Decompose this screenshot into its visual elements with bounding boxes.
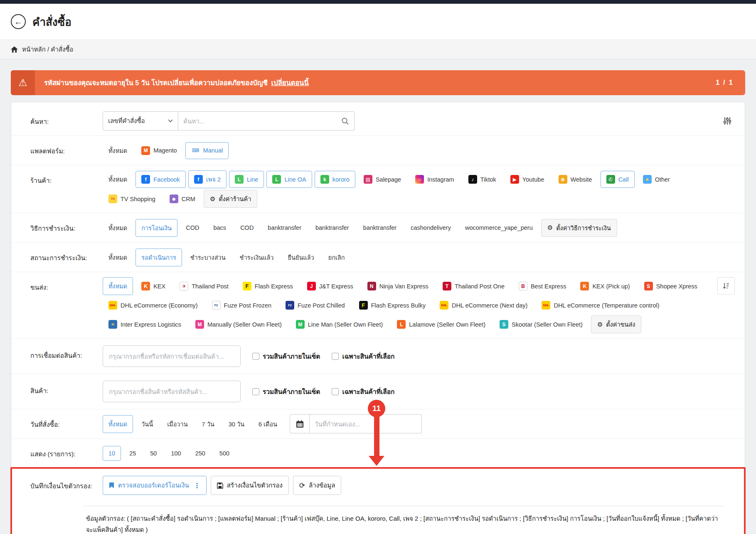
- payment-chip-cod-2[interactable]: COD: [234, 220, 259, 235]
- platform-chip-magento[interactable]: MMagento: [135, 142, 182, 159]
- ship-chip-kex-pickup[interactable]: KKEX (Pick up): [574, 278, 635, 295]
- only-selected-checkbox-item[interactable]: เฉพาะสินค้าที่เลือก: [332, 351, 394, 362]
- ship-chip-flash-express[interactable]: FFlash Express: [237, 278, 299, 295]
- custom-date-input[interactable]: [310, 414, 422, 433]
- paystatus-chip-paid[interactable]: ชำระเงินแล้ว: [234, 249, 280, 266]
- date-chip-7d[interactable]: 7 วัน: [196, 415, 220, 433]
- home-icon[interactable]: [11, 46, 18, 53]
- paystatus-chip-pending[interactable]: รอดำเนินการ: [135, 249, 182, 266]
- display-chip-500[interactable]: 500: [214, 446, 235, 461]
- paystatus-chip-partial[interactable]: ชำระบางส่วน: [185, 249, 231, 266]
- date-chip-6m[interactable]: 6 เดือน: [253, 415, 283, 433]
- store-chip-all[interactable]: ทั้งหมด: [103, 170, 133, 188]
- breadcrumb-text: หน้าหลัก / คำสั่งซื้อ: [22, 44, 73, 54]
- shipping-settings-button[interactable]: ⚙ตั้งค่าขนส่ง: [591, 315, 642, 333]
- kebab-menu-icon[interactable]: ⋮: [194, 482, 200, 490]
- store-chip-youtube[interactable]: ▶Youtube: [505, 171, 550, 188]
- advanced-filter-button[interactable]: [720, 113, 735, 128]
- product-input[interactable]: [103, 381, 241, 402]
- display-chip-250[interactable]: 250: [190, 446, 211, 461]
- store-chip-line[interactable]: LLine: [229, 171, 264, 188]
- payment-chip-cod-1[interactable]: COD: [180, 220, 205, 235]
- product-connection-input[interactable]: [103, 345, 241, 367]
- ship-chip-manually[interactable]: MManually (Seller Own Fleet): [190, 316, 288, 333]
- ship-chip-lalamove[interactable]: LLalamove (Seller Own Fleet): [391, 316, 491, 333]
- store-chip-kororo[interactable]: kkororo: [315, 171, 355, 188]
- include-set-checkbox-item[interactable]: รวมสินค้าภายในเซ็ต: [252, 386, 320, 397]
- store-chip-salepage[interactable]: ▤Salepage: [358, 171, 407, 188]
- ship-chip-kex[interactable]: KKEX: [135, 278, 171, 295]
- display-chip-100[interactable]: 100: [165, 446, 187, 461]
- dhl-icon: DHL: [108, 301, 117, 310]
- ship-chip-thailand-post[interactable]: ✈Thailand Post: [174, 278, 234, 295]
- store-chip-facebook[interactable]: fFacebook: [135, 171, 186, 188]
- ship-chip-fuze-chilled[interactable]: FZFuze Post Chilled: [280, 297, 351, 314]
- shipping-sort-button[interactable]: [717, 277, 735, 295]
- store-chip-other[interactable]: ★Other: [637, 171, 676, 188]
- include-set-checkbox-item[interactable]: รวมสินค้าภายในเซ็ต: [252, 351, 320, 362]
- display-chip-25[interactable]: 25: [123, 446, 142, 461]
- payment-chip-bacs[interactable]: bacs: [207, 220, 232, 235]
- store-chip-line-oa[interactable]: LLine OA: [266, 171, 312, 188]
- calendar-button[interactable]: [290, 414, 310, 433]
- date-chip-all[interactable]: ทั้งหมด: [103, 415, 133, 433]
- date-chip-30d[interactable]: 30 วัน: [223, 415, 250, 433]
- payment-chip-cashondelivery[interactable]: cashondelivery: [405, 220, 457, 235]
- ship-chip-ninja-van[interactable]: NNinja Van Express: [362, 278, 434, 295]
- ship-chip-dhl-temperature[interactable]: DHLDHL eCommerce (Temperature control): [536, 297, 665, 314]
- preset-filter-button[interactable]: ตรวจสอบออร์เดอร์โอนเงิน ⋮: [103, 476, 207, 495]
- change-password-link[interactable]: เปลี่ยนตอนนี้: [271, 79, 309, 86]
- search-icon: [341, 117, 349, 125]
- date-chip-yesterday[interactable]: เมื่อวาน: [161, 415, 193, 433]
- checkbox-icon[interactable]: [252, 353, 259, 360]
- platform-chip-manual[interactable]: ⌨Manual: [185, 142, 229, 159]
- store-chip-crm[interactable]: ☻CRM: [164, 190, 201, 207]
- ship-chip-all[interactable]: ทั้งหมด: [103, 277, 133, 295]
- paystatus-chip-confirmed[interactable]: ยืนยันแล้ว: [282, 249, 320, 266]
- store-chip-tv-shopping[interactable]: TVTV Shopping: [103, 190, 161, 207]
- ship-chip-dhl-next-day[interactable]: DHLDHL eCommerce (Next day): [434, 297, 533, 314]
- checkbox-icon[interactable]: [252, 388, 259, 395]
- payment-chip-banktransfer-3[interactable]: banktransfer: [357, 220, 403, 235]
- product-label: สินค้า:: [30, 381, 103, 396]
- search-input[interactable]: [183, 118, 341, 125]
- ship-chip-best-express[interactable]: BBest Express: [513, 278, 572, 295]
- payment-chip-bank-transfer[interactable]: การโอนเงิน: [135, 219, 177, 237]
- ship-chip-jt-express[interactable]: JJ&T Express: [301, 278, 359, 295]
- ship-chip-inter-express[interactable]: IEInter Express Logistics: [103, 316, 187, 333]
- only-selected-checkbox-item[interactable]: เฉพาะสินค้าที่เลือก: [332, 386, 394, 397]
- gear-icon: ⚙: [547, 224, 553, 231]
- ship-chip-skootar[interactable]: SSkootar (Seller Own Fleet): [494, 316, 589, 333]
- ship-chip-flash-bulky[interactable]: FFlash Express Bulky: [353, 297, 431, 314]
- clear-data-button[interactable]: ⟳ ล้างข้อมูล: [293, 476, 342, 495]
- store-settings-button[interactable]: ⚙ตั้งค่าร้านค้า: [204, 190, 257, 208]
- date-chip-today[interactable]: วันนี้: [135, 415, 159, 433]
- payment-settings-button[interactable]: ⚙ตั้งค่าวิธีการชำระเงิน: [541, 219, 617, 237]
- store-chip-call[interactable]: ✆Call: [601, 171, 635, 188]
- create-filter-button[interactable]: สร้างเงื่อนไขตัวกรอง: [211, 476, 289, 495]
- checkbox-icon[interactable]: [332, 353, 339, 360]
- display-chip-50[interactable]: 50: [144, 446, 163, 461]
- paystatus-chip-all[interactable]: ทั้งหมด: [103, 249, 133, 266]
- payment-chip-banktransfer-2[interactable]: banktransfer: [310, 220, 355, 235]
- ship-chip-dhl-economy[interactable]: DHLDHL eCommerce (Economy): [103, 297, 204, 314]
- store-chip-tiktok[interactable]: ♪Tiktok: [463, 171, 502, 188]
- store-chip-website[interactable]: ⊕Website: [553, 171, 598, 188]
- ship-chip-line-man[interactable]: MLine Man (Seller Own Fleet): [290, 316, 389, 333]
- search-type-select[interactable]: เลขที่คำสั่งซื้อ: [103, 111, 178, 130]
- banner-message: รหัสผ่านของคุณจะหมดอายุใน 5 วัน โปรดเปลี…: [35, 77, 716, 88]
- ship-chip-fuze-frozen[interactable]: FZFuze Post Frozen: [206, 297, 277, 314]
- store-chip-page2[interactable]: fเพจ 2: [188, 170, 227, 188]
- ship-chip-shopee-xpress[interactable]: SShopee Xpress: [638, 278, 703, 295]
- store-chip-instagram[interactable]: ○Instagram: [409, 171, 460, 188]
- payment-chip-banktransfer-1[interactable]: banktransfer: [262, 220, 307, 235]
- back-button[interactable]: ←: [11, 14, 26, 29]
- display-chip-10[interactable]: 10: [103, 446, 121, 461]
- platform-chip-all[interactable]: ทั้งหมด: [103, 142, 133, 160]
- paystatus-chip-cancelled[interactable]: ยกเลิก: [323, 249, 351, 266]
- payment-chip-wocommerce-yape-peru[interactable]: wocommerce_yape_peru: [459, 220, 539, 235]
- checkbox-icon[interactable]: [332, 388, 339, 395]
- payment-chip-all[interactable]: ทั้งหมด: [103, 219, 133, 237]
- search-label: ค้นหา:: [30, 111, 103, 127]
- ship-chip-thailand-post-one[interactable]: TThailand Post One: [437, 278, 510, 295]
